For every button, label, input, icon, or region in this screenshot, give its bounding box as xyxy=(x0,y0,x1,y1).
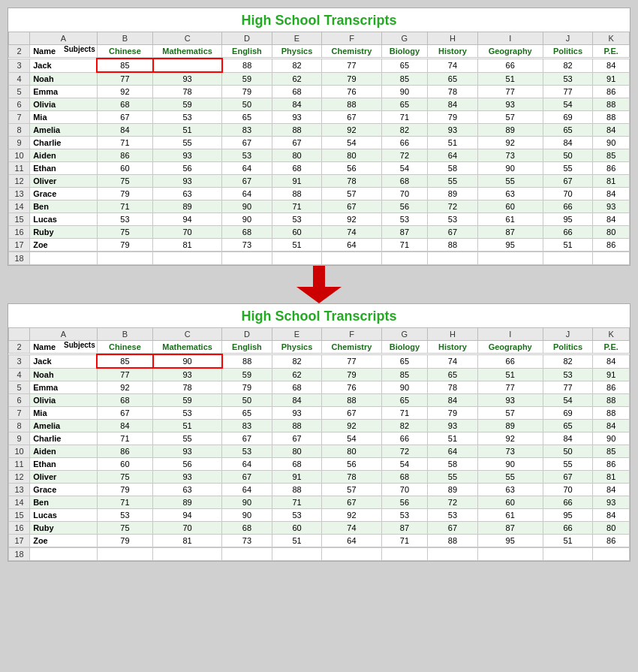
politics-score: 70 xyxy=(543,484,593,496)
math-score: 53 xyxy=(153,111,222,124)
col-h-b[interactable]: H xyxy=(428,328,478,341)
geography-score: 77 xyxy=(477,86,543,98)
table-row: 15Lucas53949053925353619584 xyxy=(9,213,630,226)
english-score: 64 xyxy=(222,484,272,496)
col-a-b[interactable]: A xyxy=(30,328,98,341)
geography-score: 57 xyxy=(477,407,543,420)
col-k[interactable]: K xyxy=(593,32,630,45)
physics-score: 84 xyxy=(272,394,322,407)
col-k-b[interactable]: K xyxy=(593,328,630,341)
chemistry-score: 67 xyxy=(322,200,381,213)
geography-score: 92 xyxy=(477,432,543,445)
chemistry-score: 57 xyxy=(322,188,381,200)
col-j-b[interactable]: J xyxy=(543,328,593,341)
col-b[interactable]: B xyxy=(97,32,152,45)
biology-score: 54 xyxy=(381,458,427,471)
geography-score: 73 xyxy=(477,445,543,458)
student-name: Aiden xyxy=(30,149,98,162)
biology-score: 56 xyxy=(381,200,427,213)
geography-score: 63 xyxy=(477,188,543,200)
chemistry-score: 67 xyxy=(322,407,381,420)
col-c[interactable]: C xyxy=(153,32,222,45)
geography-score: 51 xyxy=(477,368,543,381)
history-score: 53 xyxy=(428,213,478,226)
chemistry-score: 77 xyxy=(322,354,381,368)
chinese-score: 71 xyxy=(97,496,152,509)
table-row: 10Aiden86935380807264735085 xyxy=(9,445,630,458)
biology-score: 66 xyxy=(381,432,427,445)
chemistry-score: 64 xyxy=(322,239,381,252)
col-d[interactable]: D xyxy=(222,32,272,45)
chinese-score: 60 xyxy=(97,458,152,471)
geography-score: 93 xyxy=(477,394,543,407)
row-num-cell: 6 xyxy=(9,394,30,407)
biology-score: 54 xyxy=(381,162,427,175)
politics-score: 77 xyxy=(543,381,593,394)
biology-score: 65 xyxy=(381,394,427,407)
history-score: 74 xyxy=(428,59,478,72)
pe-score: 84 xyxy=(593,59,630,72)
geography-score: 66 xyxy=(477,59,543,72)
pe-score: 91 xyxy=(593,368,630,381)
row-num-cell: 16 xyxy=(9,226,30,239)
col-g[interactable]: G xyxy=(381,32,427,45)
physics-score: 67 xyxy=(272,432,322,445)
chemistry-score: 88 xyxy=(322,394,381,407)
col-h[interactable]: H xyxy=(428,32,478,45)
math-score: 56 xyxy=(153,162,222,175)
col-b-b[interactable]: B xyxy=(97,328,152,341)
pe-score: 88 xyxy=(593,394,630,407)
chinese-score: 75 xyxy=(97,175,152,188)
col-f-b[interactable]: F xyxy=(322,328,381,341)
pe-score: 91 xyxy=(593,72,630,86)
biology-score: 87 xyxy=(381,522,427,535)
chinese-score: 75 xyxy=(97,522,152,535)
col-d-b[interactable]: D xyxy=(222,328,272,341)
row-num-cell: 14 xyxy=(9,200,30,213)
header-math-b: Mathematics xyxy=(153,341,222,354)
col-c-b[interactable]: C xyxy=(153,328,222,341)
col-f[interactable]: F xyxy=(322,32,381,45)
student-name: Charlie xyxy=(30,432,98,445)
col-e[interactable]: E xyxy=(272,32,322,45)
col-i[interactable]: I xyxy=(477,32,543,45)
physics-score: 51 xyxy=(272,239,322,252)
student-name: Oliver xyxy=(30,175,98,188)
col-j[interactable]: J xyxy=(543,32,593,45)
english-score: 67 xyxy=(222,471,272,484)
row-num-cell: 16 xyxy=(9,522,30,535)
table-row: 15Lucas53949053925353619584 xyxy=(9,509,630,522)
header-pe-b: P.E. xyxy=(593,341,630,354)
col-e-b[interactable]: E xyxy=(272,328,322,341)
history-score: 64 xyxy=(428,149,478,162)
english-score: 50 xyxy=(222,394,272,407)
chemistry-score: 67 xyxy=(322,496,381,509)
biology-score: 53 xyxy=(381,509,427,522)
table-row: 6Olivia68595084886584935488 xyxy=(9,98,630,111)
history-score: 55 xyxy=(428,175,478,188)
header-history-b: History xyxy=(428,341,478,354)
math-score: 63 xyxy=(153,188,222,200)
politics-score: 65 xyxy=(543,124,593,137)
biology-score: 85 xyxy=(381,368,427,381)
col-g-b[interactable]: G xyxy=(381,328,427,341)
politics-score: 53 xyxy=(543,368,593,381)
english-score: 67 xyxy=(222,432,272,445)
row-num-cell: 13 xyxy=(9,484,30,496)
geography-score: 61 xyxy=(477,213,543,226)
biology-score: 82 xyxy=(381,124,427,137)
chemistry-score: 74 xyxy=(322,226,381,239)
pe-score: 84 xyxy=(593,509,630,522)
biology-score: 71 xyxy=(381,111,427,124)
row-num-cell: 6 xyxy=(9,98,30,111)
name-header: Name Subjects xyxy=(30,45,98,58)
biology-score: 68 xyxy=(381,471,427,484)
table-row: 13Grace79636488577089637084 xyxy=(9,484,630,496)
header-history: History xyxy=(428,45,478,58)
table-row: 10Aiden86935380807264735085 xyxy=(9,149,630,162)
col-i-b[interactable]: I xyxy=(477,328,543,341)
header-politics-b: Politics xyxy=(543,341,593,354)
chemistry-score: 92 xyxy=(322,124,381,137)
chemistry-score: 88 xyxy=(322,98,381,111)
col-a[interactable]: A xyxy=(30,32,98,45)
